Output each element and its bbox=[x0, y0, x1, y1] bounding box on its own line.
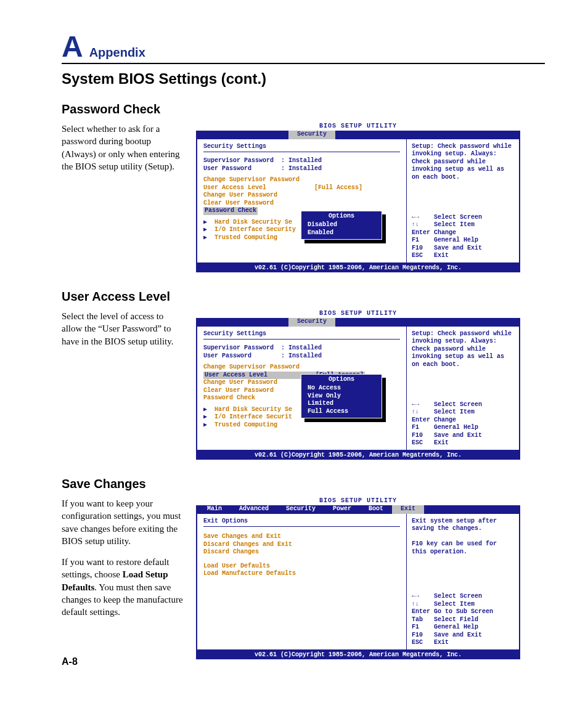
tab-security[interactable]: Security bbox=[288, 318, 335, 327]
menu-item[interactable]: Change User Password bbox=[203, 192, 400, 200]
popup-option[interactable]: Full Access bbox=[301, 408, 382, 416]
list-item: Supervisor Password : Installed bbox=[203, 344, 400, 352]
tab-advanced[interactable]: Advanced bbox=[231, 505, 277, 514]
section-text: Select the level of access to allow the … bbox=[62, 310, 185, 348]
tab-main[interactable]: Main bbox=[198, 505, 231, 514]
tab-boot[interactable]: Boot bbox=[360, 505, 392, 514]
popup-option[interactable]: No Access bbox=[301, 385, 382, 393]
section-heading-user-access: User Access Level bbox=[62, 290, 545, 304]
popup-option[interactable]: View Only bbox=[301, 393, 382, 401]
panel-header: Security Settings bbox=[203, 143, 400, 153]
appendix-label: Appendix bbox=[89, 46, 145, 60]
page-number: A-8 bbox=[62, 656, 78, 667]
list-item: User Password : Installed bbox=[203, 352, 400, 360]
bios-title: BIOS SETUP UTILITY bbox=[196, 497, 520, 505]
submenu-item[interactable]: ▶ Trusted Computing bbox=[203, 421, 400, 429]
popup-option[interactable]: Enabled bbox=[301, 229, 382, 237]
menu-item[interactable]: Change Supervisor Password bbox=[203, 364, 400, 372]
bios-panel-save-changes: BIOS SETUP UTILITY Main Advanced Securit… bbox=[196, 497, 520, 659]
options-popup[interactable]: Options Disabled Enabled bbox=[301, 211, 382, 240]
section-text: If you want to keep your configuration s… bbox=[62, 497, 185, 547]
page-title: System BIOS Settings (cont.) bbox=[62, 70, 545, 87]
popup-title: Options bbox=[301, 376, 382, 385]
bios-tabbar: Security bbox=[196, 131, 520, 139]
nav-hints: ←→ Select Screen ↑↓ Select Item Enter Go… bbox=[412, 593, 514, 647]
menu-item[interactable]: Save Changes and Exit bbox=[203, 533, 400, 541]
bios-tabbar: Main Advanced Security Power Boot Exit bbox=[196, 505, 520, 514]
menu-item[interactable]: User Access Level [Full Access] bbox=[203, 184, 400, 192]
menu-item[interactable]: Clear User Password bbox=[203, 200, 400, 208]
section-heading-save-changes: Save Changes bbox=[62, 477, 545, 491]
bios-title: BIOS SETUP UTILITY bbox=[196, 310, 520, 318]
menu-item[interactable]: Discard Changes and Exit bbox=[203, 541, 400, 549]
section-text: If you want to restore default settings,… bbox=[62, 556, 185, 618]
bios-panel-password-check: BIOS SETUP UTILITY Security Security Set… bbox=[196, 123, 520, 272]
bios-panel-user-access: BIOS SETUP UTILITY Security Security Set… bbox=[196, 310, 520, 460]
popup-option[interactable]: Disabled bbox=[301, 221, 382, 229]
popup-option[interactable]: Limited bbox=[301, 400, 382, 408]
bios-tabbar: Security bbox=[196, 318, 520, 327]
bios-footer: v02.61 (C)Copyright 1985-2006, American … bbox=[196, 451, 520, 460]
tab-power[interactable]: Power bbox=[324, 505, 360, 514]
help-text: Setup: Check password while invoking set… bbox=[412, 330, 514, 369]
bios-footer: v02.61 (C)Copyright 1985-2006, American … bbox=[196, 651, 520, 660]
appendix-header: A Appendix bbox=[62, 32, 545, 64]
tab-exit[interactable]: Exit bbox=[392, 505, 424, 514]
menu-item[interactable]: Change Supervisor Password bbox=[203, 176, 400, 184]
options-popup[interactable]: Options No Access View Only Limited Full… bbox=[301, 374, 382, 419]
bios-footer: v02.61 (C)Copyright 1985-2006, American … bbox=[196, 264, 520, 273]
tab-security[interactable]: Security bbox=[288, 131, 335, 139]
list-item: Supervisor Password : Installed bbox=[203, 157, 400, 165]
panel-header: Security Settings bbox=[203, 330, 400, 340]
panel-header: Exit Options bbox=[203, 518, 400, 527]
list-item: User Password : Installed bbox=[203, 165, 400, 173]
help-text: Setup: Check password while invoking set… bbox=[412, 143, 514, 182]
section-text: Select whether to ask for a password dur… bbox=[62, 123, 185, 173]
menu-item[interactable]: Load Manufacture Defaults bbox=[203, 570, 400, 578]
bios-title: BIOS SETUP UTILITY bbox=[196, 123, 520, 131]
nav-hints: ←→ Select Screen ↑↓ Select Item Enter Ch… bbox=[412, 214, 514, 260]
appendix-letter: A bbox=[62, 32, 83, 62]
menu-item[interactable]: Discard Changes bbox=[203, 548, 400, 556]
tab-security[interactable]: Security bbox=[277, 505, 324, 514]
help-text: Exit system setup after saving the chang… bbox=[412, 518, 514, 556]
menu-item[interactable]: Load User Defaults bbox=[203, 563, 400, 571]
popup-title: Options bbox=[301, 213, 382, 222]
section-heading-password-check: Password Check bbox=[62, 102, 545, 116]
nav-hints: ←→ Select Screen ↑↓ Select Item Enter Ch… bbox=[412, 401, 514, 447]
